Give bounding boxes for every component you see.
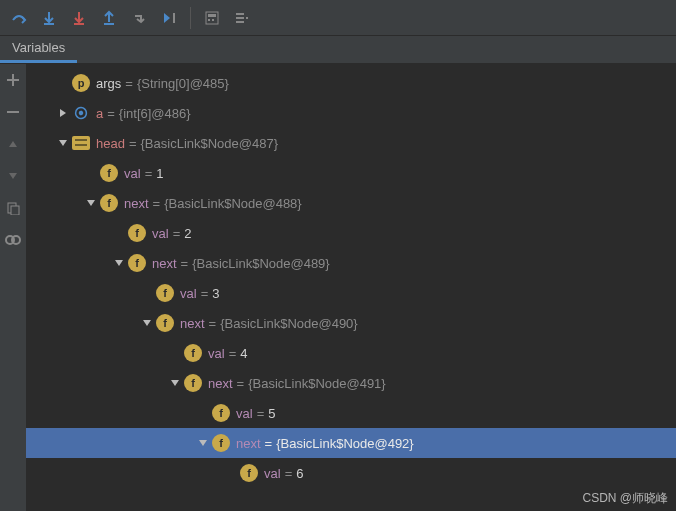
left-gutter [0, 64, 26, 511]
var-name: args [96, 76, 121, 91]
up-icon[interactable] [3, 134, 23, 154]
var-value: 1 [156, 166, 163, 181]
object-icon [72, 136, 90, 150]
var-value: 6 [296, 466, 303, 481]
field-icon: f [100, 194, 118, 212]
watch-icon[interactable] [3, 230, 23, 250]
equals: = [129, 136, 137, 151]
svg-rect-0 [44, 23, 54, 25]
equals: = [181, 256, 189, 271]
watermark: CSDN @师晓峰 [582, 490, 668, 507]
svg-rect-11 [246, 17, 248, 19]
tree-row[interactable]: fnext = {BasicLink$Node@489} [26, 248, 676, 278]
var-value: 5 [268, 406, 275, 421]
tree-row[interactable]: head = {BasicLink$Node@487} [26, 128, 676, 158]
tree-row[interactable]: fnext = {BasicLink$Node@491} [26, 368, 676, 398]
field-icon: f [240, 464, 258, 482]
var-name: next [124, 196, 149, 211]
expand-arrow-icon[interactable] [168, 378, 182, 388]
equals: = [237, 376, 245, 391]
field-icon: f [156, 314, 174, 332]
step-into-icon[interactable] [36, 5, 62, 31]
var-value: {BasicLink$Node@488} [164, 196, 302, 211]
var-name: next [236, 436, 261, 451]
tree-row[interactable]: fnext = {BasicLink$Node@488} [26, 188, 676, 218]
expand-arrow-icon[interactable] [140, 318, 154, 328]
svg-rect-3 [173, 13, 175, 23]
equals: = [201, 286, 209, 301]
variables-tree[interactable]: pargs = {String[0]@485}⦿a = {int[6]@486}… [26, 64, 676, 511]
var-value: {BasicLink$Node@491} [248, 376, 386, 391]
var-name: val [180, 286, 197, 301]
var-name: a [96, 106, 103, 121]
tree-row[interactable]: fval = 5 [26, 398, 676, 428]
tab-variables[interactable]: Variables [0, 36, 77, 63]
svg-rect-4 [206, 12, 218, 24]
tree-row[interactable]: fval = 3 [26, 278, 676, 308]
expand-arrow-icon[interactable] [56, 138, 70, 148]
trace-icon[interactable] [229, 5, 255, 31]
expand-arrow-icon[interactable] [56, 108, 70, 118]
var-value: {BasicLink$Node@490} [220, 316, 358, 331]
drop-frame-icon[interactable] [126, 5, 152, 31]
var-value: {BasicLink$Node@492} [276, 436, 414, 451]
var-name: val [264, 466, 281, 481]
expand-arrow-icon[interactable] [84, 198, 98, 208]
tree-row[interactable]: fval = 2 [26, 218, 676, 248]
field-icon: f [128, 224, 146, 242]
tree-row[interactable]: fnext = {BasicLink$Node@490} [26, 308, 676, 338]
var-value: 4 [240, 346, 247, 361]
equals: = [125, 76, 133, 91]
tree-row[interactable]: fval = 6 [26, 458, 676, 488]
equals: = [153, 196, 161, 211]
var-name: val [236, 406, 253, 421]
field-icon: f [212, 434, 230, 452]
svg-rect-6 [208, 19, 210, 21]
var-value: {int[6]@486} [119, 106, 191, 121]
var-name: next [152, 256, 177, 271]
field-icon: f [156, 284, 174, 302]
evaluate-icon[interactable] [199, 5, 225, 31]
down-icon[interactable] [3, 166, 23, 186]
tree-row[interactable]: fval = 1 [26, 158, 676, 188]
tree-row[interactable]: fval = 4 [26, 338, 676, 368]
field-icon: f [184, 374, 202, 392]
var-value: {BasicLink$Node@487} [141, 136, 279, 151]
equals: = [209, 316, 217, 331]
tree-row[interactable]: ⦿a = {int[6]@486} [26, 98, 676, 128]
tab-row: Variables [0, 36, 676, 64]
var-value: 2 [184, 226, 191, 241]
field-icon: f [212, 404, 230, 422]
var-value: {String[0]@485} [137, 76, 229, 91]
var-name: val [152, 226, 169, 241]
var-name: val [124, 166, 141, 181]
run-to-cursor-icon[interactable] [156, 5, 182, 31]
svg-rect-1 [74, 23, 84, 25]
array-icon: ⦿ [72, 104, 90, 122]
svg-rect-9 [236, 17, 244, 19]
field-icon: f [184, 344, 202, 362]
equals: = [265, 436, 273, 451]
svg-rect-10 [236, 21, 244, 23]
tree-row[interactable]: pargs = {String[0]@485} [26, 68, 676, 98]
equals: = [229, 346, 237, 361]
svg-rect-2 [104, 23, 114, 25]
var-name: val [208, 346, 225, 361]
add-icon[interactable] [3, 70, 23, 90]
step-out-icon[interactable] [96, 5, 122, 31]
svg-rect-5 [208, 14, 216, 17]
expand-arrow-icon[interactable] [196, 438, 210, 448]
field-icon: f [128, 254, 146, 272]
var-name: next [208, 376, 233, 391]
param-icon: p [72, 74, 90, 92]
equals: = [145, 166, 153, 181]
step-over-icon[interactable] [6, 5, 32, 31]
equals: = [285, 466, 293, 481]
equals: = [257, 406, 265, 421]
debug-toolbar [0, 0, 676, 36]
expand-arrow-icon[interactable] [112, 258, 126, 268]
force-step-into-icon[interactable] [66, 5, 92, 31]
remove-icon[interactable] [3, 102, 23, 122]
copy-icon[interactable] [3, 198, 23, 218]
tree-row[interactable]: fnext = {BasicLink$Node@492} [26, 428, 676, 458]
